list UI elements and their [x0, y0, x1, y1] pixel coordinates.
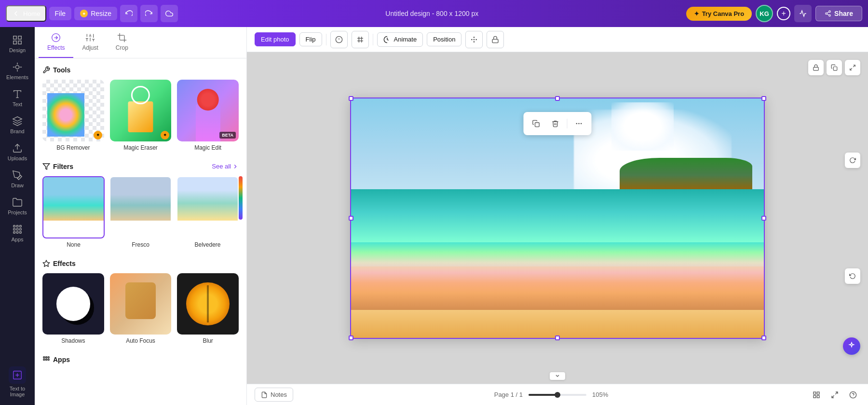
svg-rect-12	[16, 225, 18, 227]
magic-eraser-crown: ✦	[161, 131, 169, 140]
fullscreen-button[interactable]	[827, 388, 842, 402]
expand-bottom-button[interactable]	[550, 372, 565, 380]
notes-icon	[261, 391, 268, 398]
svg-rect-35	[46, 359, 47, 361]
svg-rect-54	[535, 123, 540, 127]
edit-photo-label: Edit photo	[261, 36, 289, 43]
tab-effects[interactable]: Effects	[39, 27, 73, 58]
notes-button[interactable]: Notes	[255, 388, 293, 402]
redo-button[interactable]	[140, 5, 158, 22]
magic-icon	[847, 342, 856, 350]
effect-blur[interactable]: Blur	[177, 273, 239, 345]
filter-fresco-thumb	[109, 176, 172, 238]
svg-rect-34	[43, 359, 45, 361]
canvas-expand-btn[interactable]	[845, 60, 860, 75]
float-copy-style-button[interactable]	[528, 115, 545, 132]
svg-line-62	[835, 392, 838, 394]
crown-icon: ✦	[694, 10, 699, 17]
panel-tabs: Effects Adjust Crop	[35, 27, 246, 58]
svg-point-55	[576, 123, 578, 124]
svg-rect-5	[14, 36, 16, 39]
canvas-rotate-button[interactable]	[845, 268, 860, 284]
svg-rect-58	[814, 392, 816, 394]
sidebar-item-projects[interactable]: Projects	[2, 193, 33, 219]
effect-shadows[interactable]: Shadows	[42, 273, 104, 345]
lock-button[interactable]	[487, 31, 504, 48]
user-avatar[interactable]: KG	[756, 5, 773, 22]
sidebar-text-label: Text	[13, 101, 22, 107]
svg-point-48	[474, 42, 475, 42]
pattern-icon	[470, 36, 478, 43]
edit-photo-button[interactable]: Edit photo	[255, 32, 296, 46]
try-pro-button[interactable]: ✦ Try Canva Pro	[686, 7, 752, 21]
add-collaborator-button[interactable]: +	[777, 7, 790, 20]
sidebar-item-text[interactable]: Text	[2, 85, 33, 111]
sidebar-item-uploads[interactable]: Uploads	[2, 139, 33, 165]
canvas-frame[interactable]	[350, 98, 765, 339]
help-button[interactable]	[846, 388, 860, 402]
tool-magic-eraser[interactable]: ✦ Magic Eraser	[110, 80, 172, 151]
resize-button[interactable]: ✦ Resize	[74, 7, 117, 20]
effects-section-title: Effects	[42, 260, 239, 267]
share-label: Share	[834, 10, 853, 17]
bottom-right-controls	[809, 388, 860, 402]
pattern-button[interactable]	[465, 31, 483, 48]
filter-belvedere[interactable]: Belvedere	[176, 176, 239, 248]
sidebar-item-elements[interactable]: Elements	[2, 58, 33, 84]
notes-label: Notes	[271, 391, 287, 398]
help-icon	[849, 391, 857, 399]
filter-fresco-label: Fresco	[132, 241, 149, 248]
svg-rect-15	[16, 228, 18, 230]
filter-fresco[interactable]: Fresco	[109, 176, 172, 248]
sidebar-item-design[interactable]: Design	[2, 31, 33, 57]
sidebar-item-brand[interactable]: Brand	[2, 112, 33, 138]
sidebar-item-draw[interactable]: Draw	[2, 166, 33, 192]
canvas-lock-btn[interactable]	[808, 60, 824, 75]
filters-icon	[42, 163, 50, 170]
share-icon	[825, 10, 831, 17]
effect-auto-focus[interactable]: Auto Focus	[110, 273, 172, 345]
svg-rect-50	[814, 67, 819, 70]
rotate-icon	[849, 273, 856, 279]
cloud-save-icon	[165, 10, 173, 17]
tool-magic-edit[interactable]: BETA Magic Edit	[177, 80, 239, 151]
canvas-float-toolbar	[524, 112, 592, 135]
home-button[interactable]: Home	[6, 5, 46, 22]
apps-icon	[12, 224, 23, 235]
float-delete-button[interactable]	[547, 115, 564, 132]
flip-button[interactable]: Flip	[299, 32, 322, 46]
present-button[interactable]	[794, 5, 812, 22]
svg-point-45	[476, 39, 476, 40]
magic-assistant-button[interactable]	[843, 337, 860, 355]
position-button[interactable]: Position	[427, 32, 461, 46]
share-button[interactable]: Share	[815, 6, 862, 21]
animate-icon	[383, 36, 391, 43]
canvas-copy-btn[interactable]	[827, 60, 842, 75]
tab-crop[interactable]: Crop	[107, 27, 137, 58]
filters-section-header: Filters See all	[42, 163, 239, 170]
animate-button[interactable]: Animate	[377, 32, 423, 47]
see-all-filters-button[interactable]: See all	[212, 163, 239, 170]
avatar-initials: KG	[760, 10, 769, 17]
grid-view-button[interactable]	[809, 388, 824, 402]
tab-adjust[interactable]: Adjust	[73, 27, 107, 58]
sidebar-item-text-to-image[interactable]: Text to Image	[2, 363, 33, 401]
grid-button[interactable]	[352, 31, 369, 48]
float-more-button[interactable]	[570, 115, 588, 132]
fullscreen-icon	[831, 391, 839, 399]
sidebar-item-apps[interactable]: Apps	[2, 220, 33, 246]
svg-point-56	[578, 123, 580, 124]
info-button[interactable]	[330, 31, 348, 48]
zoom-slider[interactable]	[529, 394, 586, 396]
resize-crown-icon: ✦	[80, 10, 88, 17]
canvas-refresh-button[interactable]	[845, 153, 860, 168]
save-status-button[interactable]	[161, 5, 178, 22]
svg-rect-60	[817, 395, 819, 398]
shadows-bg	[42, 273, 104, 335]
undo-button[interactable]	[120, 5, 137, 22]
tool-bg-remover[interactable]: ✦ BG Remover	[42, 80, 104, 151]
filter-none[interactable]: None	[42, 176, 105, 248]
file-button[interactable]: File	[49, 7, 72, 20]
canvas-viewport[interactable]	[247, 52, 868, 384]
panel-content: Tools ✦ BG Remover	[35, 58, 246, 405]
